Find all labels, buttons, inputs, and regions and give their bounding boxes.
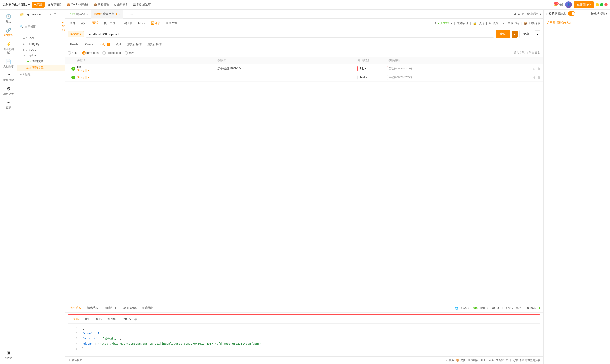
brand-button[interactable]: 克利欧的私有团队 ▾: [2, 3, 30, 7]
param-stack-button[interactable]: ☰ 参数描述库: [131, 2, 153, 8]
raw-radio[interactable]: raw: [125, 51, 133, 54]
sidebar-item-settings[interactable]: ⚙ 项目设置: [1, 84, 16, 98]
tab-query-article[interactable]: POST 查询文章 ×: [91, 10, 123, 19]
query-article-button[interactable]: 查询文章: [164, 20, 179, 26]
drag-handle[interactable]: ⋮⋮: [68, 67, 71, 70]
sidebar-item-recycle[interactable]: 🗑 回收站: [1, 349, 16, 362]
env-chevron[interactable]: ▾: [540, 13, 541, 16]
control-panel-button[interactable]: 🖥 控制台: [467, 359, 479, 362]
response-header-tab[interactable]: 响应头(5): [103, 304, 120, 312]
example-button[interactable]: 接口用例: [102, 20, 117, 26]
more-bottom-button[interactable]: ∧ 更多: [446, 359, 454, 362]
method-select[interactable]: POST ▾: [68, 31, 84, 37]
encoding-select[interactable]: utf8: [120, 317, 132, 322]
share-project-button[interactable]: ⊞ 分享项目: [46, 2, 64, 8]
archive-save-btn[interactable]: 归档保存: [529, 21, 540, 25]
import-params-button[interactable]: ↓ 导入参数: [511, 51, 525, 55]
copy-row-button[interactable]: ⊕: [533, 67, 536, 70]
new-window-button[interactable]: ⊡ 新窗口打开: [496, 359, 512, 362]
precision-mode-button[interactable]: 精简模式: [72, 359, 82, 362]
row1-type-tag[interactable]: String * ▾: [77, 69, 217, 72]
skin-button[interactable]: 🎨 皮肤: [456, 359, 465, 362]
preview-button[interactable]: 预览: [68, 20, 77, 26]
realtime-tab[interactable]: 实时响应: [68, 304, 84, 312]
none-radio[interactable]: none: [68, 51, 78, 54]
new-button[interactable]: + 新建: [32, 2, 45, 8]
form-data-radio[interactable]: form-data: [82, 51, 99, 54]
row1-checkbox[interactable]: ✓: [71, 67, 77, 70]
tree-item-get-article[interactable]: GET 查询文章: [17, 58, 65, 65]
close-icon[interactable]: ×: [242, 67, 244, 70]
onekey-test-button[interactable]: 一键压测: [119, 20, 134, 26]
nav-export-button[interactable]: ↑: [46, 12, 48, 17]
env-dropdown[interactable]: ▾: [451, 22, 452, 25]
tab-add-button[interactable]: +: [124, 12, 130, 16]
mock-button[interactable]: Mock: [136, 21, 147, 26]
version-mgr-btn[interactable]: 版本管理: [457, 21, 468, 25]
project-title[interactable]: 📁 big_event ▾: [20, 13, 41, 16]
tree-item-article[interactable]: ▶ □ article: [17, 47, 65, 52]
nav-more-button[interactable]: ···: [58, 12, 62, 17]
validation-switch[interactable]: [568, 12, 575, 16]
delete-row-button[interactable]: 🗑: [537, 76, 540, 79]
body-tab[interactable]: Body 1: [96, 41, 113, 48]
close-button[interactable]: [604, 3, 608, 6]
maximize-button[interactable]: [600, 3, 603, 6]
row2-type-tag[interactable]: String * ▾: [77, 76, 217, 79]
export-params-button[interactable]: ↑ 导出参数: [527, 51, 540, 55]
minimize-button[interactable]: [596, 3, 599, 6]
nav-prev-icon[interactable]: ◀: [514, 13, 516, 16]
delete-row-button[interactable]: 🗑: [537, 67, 540, 70]
raw-button[interactable]: 原生: [82, 316, 92, 322]
validation-select[interactable]: 按成功校验 ▾: [591, 12, 607, 16]
sidebar-item-more[interactable]: ··· 更多: [1, 98, 16, 111]
pre-action-tab[interactable]: 预执行操作: [125, 40, 144, 49]
beautify-button[interactable]: 美化: [71, 316, 80, 322]
design-button[interactable]: 设计: [79, 20, 89, 26]
auth-tab[interactable]: 认证: [113, 40, 124, 49]
filter-all-button[interactable]: ● 全部: [62, 21, 65, 32]
tree-item-user[interactable]: ▶ □ user: [17, 35, 65, 41]
send-button[interactable]: 发送: [496, 30, 510, 38]
copy-row-button[interactable]: ⊕: [533, 76, 536, 79]
split-screen-button[interactable]: ⊞ 上下分屏: [480, 359, 494, 362]
sidebar-item-api[interactable]: 🔗 API管理: [1, 26, 16, 39]
save-button[interactable]: 保存: [519, 30, 533, 38]
sidebar-item-datamodel[interactable]: 🗂 数据模型: [1, 71, 16, 84]
cookie-manager-button[interactable]: 🍪 Cookie管理器: [65, 2, 90, 8]
debug-button[interactable]: 调试: [91, 20, 100, 26]
nav-settings-button[interactable]: ⚙: [53, 12, 57, 17]
request-body-tab[interactable]: 请求头(8): [85, 304, 102, 312]
save-dropdown-button[interactable]: ▾: [535, 30, 540, 38]
cookies-tab[interactable]: Cookies(0): [120, 304, 139, 312]
tree-item-post-article[interactable]: GET 查询文章: [17, 65, 65, 71]
post-action-tab[interactable]: 后执行操作: [145, 40, 164, 49]
tab-close-icon[interactable]: ×: [87, 13, 88, 15]
lock-btn[interactable]: 锁定: [479, 21, 484, 25]
drag-handle[interactable]: ⋮⋮: [68, 76, 71, 79]
row2-name[interactable]: String * ▾: [77, 76, 217, 79]
panel-collapse-icon[interactable]: ›: [546, 12, 547, 15]
response-example-tab[interactable]: 响应示例: [140, 304, 156, 312]
tree-item-category[interactable]: ▶ □ category: [17, 41, 65, 47]
gen-code-btn[interactable]: 生成代码: [507, 21, 519, 25]
urlencoded-radio[interactable]: urlencoded: [103, 51, 121, 54]
notification-button[interactable]: 🔔 15: [554, 3, 558, 6]
search-input[interactable]: [25, 25, 61, 28]
tab-more-button[interactable]: ···: [130, 12, 133, 16]
tree-item-upload[interactable]: ▼ □ upload: [17, 52, 65, 58]
url-input[interactable]: [86, 31, 494, 38]
archive-manager-button[interactable]: 📦 归档管理: [91, 2, 111, 8]
nav-next-icon[interactable]: ▶: [518, 13, 520, 16]
header-tab[interactable]: Header: [68, 41, 82, 48]
row2-checkbox[interactable]: ✓: [71, 76, 77, 79]
text-type-button[interactable]: Text ▾: [357, 75, 389, 80]
share-button[interactable]: 🔁分享: [149, 20, 162, 26]
sidebar-item-autotest[interactable]: ⚡ 自动化测试: [1, 39, 16, 56]
new-api-button[interactable]: + + 新建: [17, 71, 65, 78]
clone-btn[interactable]: 克隆: [493, 21, 499, 25]
invite-button[interactable]: 立邀请协作: [574, 1, 594, 8]
eye-icon[interactable]: 👁: [522, 13, 525, 16]
query-tab[interactable]: Query: [83, 41, 95, 48]
tab-upload[interactable]: GET upload ×: [67, 10, 91, 19]
